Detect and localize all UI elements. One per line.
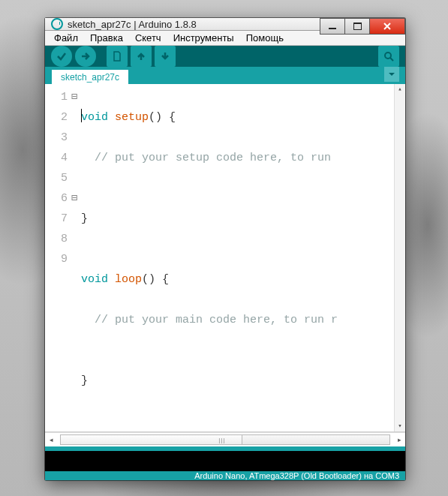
code-content[interactable]: void setup() { // put your setup code he… <box>80 84 394 431</box>
maximize-button[interactable] <box>344 18 370 35</box>
minimize-button[interactable] <box>320 18 345 35</box>
scroll-track[interactable]: ||| <box>60 434 390 445</box>
arrow-up-icon <box>135 50 147 62</box>
toolbar <box>45 46 405 67</box>
vertical-scrollbar[interactable]: ▴ ▾ <box>394 84 405 431</box>
menu-sketch[interactable]: Скетч <box>131 31 166 45</box>
menu-help[interactable]: Помощь <box>242 31 288 45</box>
menu-file[interactable]: Файл <box>50 31 83 45</box>
fold-marker[interactable]: ⊟ <box>69 188 80 209</box>
file-icon <box>111 50 123 62</box>
code-editor[interactable]: 1 2 3 4 5 6 7 8 9 ⊟ ⊟ void se <box>45 84 405 432</box>
scroll-left-button[interactable]: ◂ <box>45 436 57 443</box>
tab-sketch[interactable]: sketch_apr27c <box>51 69 129 85</box>
open-sketch-button[interactable] <box>131 46 152 67</box>
scroll-thumb[interactable] <box>61 435 242 444</box>
tab-menu-button[interactable] <box>384 67 399 82</box>
check-icon <box>56 50 68 62</box>
horizontal-scrollbar[interactable]: ◂ ||| ▸ <box>45 432 405 446</box>
menu-edit[interactable]: Правка <box>86 31 128 45</box>
scroll-right-button[interactable]: ▸ <box>393 436 405 443</box>
line-gutter: 1 2 3 4 5 6 7 8 9 <box>45 84 69 431</box>
close-icon <box>383 22 392 31</box>
svg-point-0 <box>385 53 391 59</box>
tab-strip: sketch_apr27c <box>45 67 405 84</box>
board-port-status: Arduino Nano, ATmega328P (Old Bootloader… <box>194 471 399 480</box>
scroll-down-button[interactable]: ▾ <box>395 421 405 431</box>
titlebar[interactable]: sketch_apr27c | Arduino 1.8.8 <box>45 18 405 31</box>
new-sketch-button[interactable] <box>107 46 128 67</box>
arduino-ide-window: sketch_apr27c | Arduino 1.8.8 Файл Правк… <box>45 18 405 480</box>
text-caret <box>81 109 82 122</box>
fold-marker[interactable]: ⊟ <box>69 87 80 107</box>
window-controls <box>320 18 405 33</box>
save-sketch-button[interactable] <box>155 46 176 67</box>
fold-gutter: ⊟ ⊟ <box>69 84 80 431</box>
output-console[interactable] <box>45 451 405 471</box>
scroll-grip-icon: ||| <box>218 437 225 443</box>
scroll-up-button[interactable]: ▴ <box>395 84 405 95</box>
arrow-down-icon <box>159 50 171 62</box>
status-bar: Arduino Nano, ATmega328P (Old Bootloader… <box>45 471 405 480</box>
close-button[interactable] <box>369 18 405 35</box>
arrow-right-icon <box>80 50 92 62</box>
menu-tools[interactable]: Инструменты <box>169 31 239 45</box>
arduino-logo-icon <box>51 18 63 30</box>
editor-area: 1 2 3 4 5 6 7 8 9 ⊟ ⊟ void se <box>45 84 405 446</box>
magnifier-icon <box>383 50 395 62</box>
upload-button[interactable] <box>75 46 96 67</box>
verify-button[interactable] <box>51 46 72 67</box>
serial-monitor-button[interactable] <box>378 46 399 67</box>
window-title: sketch_apr27c | Arduino 1.8.8 <box>68 19 197 30</box>
chevron-down-icon <box>387 70 396 79</box>
